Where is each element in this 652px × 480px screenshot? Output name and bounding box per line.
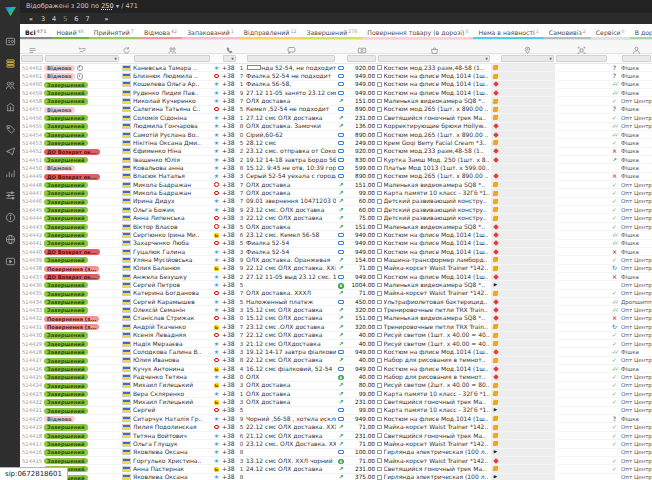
customer-name[interactable]: Анжела Безушку	[133, 273, 211, 281]
customer-name[interactable]: Гуцалюк Галина	[133, 248, 211, 256]
delivery-address[interactable]	[500, 373, 555, 380]
customer-name[interactable]: Каневська Тамара ..	[133, 64, 211, 72]
order-comment[interactable]: 22.12 смс ОЛХ доставка	[246, 214, 336, 222]
product-cell[interactable]: Костюм мод.265 (1шт. х 890.00 ..	[377, 105, 491, 113]
product-cell[interactable]: Маленькая видеокамера SQ8 *..	[377, 181, 491, 189]
delivery-address[interactable]	[500, 457, 555, 464]
phone-number[interactable]: +38	[222, 331, 237, 339]
customer-name[interactable]: Ольга Божик	[133, 206, 211, 214]
customer-name[interactable]: Ковальова анна	[133, 164, 211, 172]
page-number[interactable]: 5	[63, 15, 67, 23]
delivery-address[interactable]	[500, 407, 555, 414]
product-cell[interactable]: Тренировочные петли TRX Train..	[377, 306, 491, 314]
phone-number[interactable]: +38	[222, 365, 237, 373]
product-cell[interactable]: Маленькая видеокамера SQ8 *..	[377, 314, 491, 322]
delivery-address[interactable]	[500, 131, 555, 138]
order-comment[interactable]: 23.12 смс. отправка от Сокол..	[246, 147, 336, 155]
phone-number[interactable]: +38	[222, 197, 237, 205]
delivery-address[interactable]	[500, 440, 555, 447]
page-size-value[interactable]: 250	[101, 2, 113, 10]
delivery-address[interactable]	[500, 156, 555, 163]
phone-number[interactable]: +38	[222, 448, 237, 456]
customer-name[interactable]: Солодкова Галина В..	[133, 348, 211, 356]
delivery-address[interactable]	[500, 415, 555, 422]
order-comment[interactable]: 19.12 14-17 завтра фіалковий,..	[246, 348, 336, 356]
customer-name[interactable]: Віктор Власов	[133, 223, 211, 231]
customer-name[interactable]: Сергей Карамышев	[133, 298, 211, 306]
phone-number[interactable]: +38	[222, 457, 237, 465]
customer-name[interactable]: Надія Мерзаєва	[133, 340, 211, 348]
order-comment[interactable]: ОЛХ доставка. ХХХЛ	[246, 289, 336, 297]
sidebar-item-orders[interactable]	[5, 58, 16, 69]
phone-number[interactable]: +38	[222, 206, 237, 214]
product-cell[interactable]: Гирлянда электрическая (100 л..	[377, 473, 491, 480]
phone-number[interactable]: +38	[222, 314, 237, 322]
order-comment[interactable]: Чорний ,56-58 , хотела исключ..	[246, 415, 336, 423]
phone-number[interactable]: +38	[222, 381, 237, 389]
order-comment[interactable]: Фиалка 56-58,	[246, 80, 336, 88]
customer-name[interactable]: Самотій Руслана Во..	[133, 131, 211, 139]
delivery-address[interactable]	[500, 423, 555, 430]
tab-Нема в наявності[interactable]: Нема в наявності1	[473, 29, 543, 40]
product-cell[interactable]: Машина-трансформер ламборд..	[377, 256, 491, 264]
order-comment[interactable]: Фиалка 52-54 не подходит	[246, 72, 336, 80]
order-comment[interactable]: ОЛХ доставка	[246, 223, 336, 231]
delivery-address[interactable]	[500, 248, 555, 255]
tab-Самовивіз[interactable]: Самовивіз2	[544, 29, 591, 40]
phone-number[interactable]: +38	[222, 398, 237, 406]
product-cell[interactable]: Платье Мод 1013 (1шт. х 599.00..	[377, 164, 491, 172]
phone-number[interactable]: +38	[222, 172, 237, 180]
phone-number[interactable]: +38	[222, 340, 237, 348]
delivery-address[interactable]	[500, 139, 555, 146]
column-filter[interactable]: ▼	[223, 55, 236, 63]
sidebar-item-info[interactable]	[5, 212, 16, 223]
delivery-address[interactable]	[500, 290, 555, 297]
customer-name[interactable]: Радченко Тетяна	[133, 373, 211, 381]
column-filter[interactable]	[347, 55, 376, 63]
sidebar-item-reports[interactable]	[5, 168, 16, 179]
page-number[interactable]: 6	[74, 15, 78, 23]
product-cell[interactable]: Светящийся гоночный трек Ма..	[377, 465, 491, 473]
phone-number[interactable]: +38	[222, 72, 237, 80]
order-comment[interactable]: 21.12 смс ОЛХдоставка	[246, 340, 336, 348]
delivery-address[interactable]	[500, 323, 555, 330]
phone-number[interactable]: +38	[222, 189, 237, 197]
delivery-address[interactable]	[500, 114, 555, 121]
delivery-address[interactable]	[500, 273, 555, 280]
column-filter[interactable]: ▼	[501, 55, 554, 63]
order-comment[interactable]: 15.12. 9:45 не отв, 10:39 горе в..	[246, 164, 336, 172]
phone-number[interactable]: +38	[222, 264, 237, 272]
customer-name[interactable]: Михаил Гилецький	[133, 381, 211, 389]
customer-name[interactable]: Людмила Гончарова	[133, 122, 211, 130]
customer-name[interactable]: Іващенко Юлія	[133, 156, 211, 164]
page-number[interactable]: 7	[85, 15, 89, 23]
delivery-address[interactable]	[500, 223, 555, 230]
order-comment[interactable]: 22.12 смс ОЛХ доставка. ХХЛ	[246, 264, 336, 272]
order-comment[interactable]: Сірий,60-62	[246, 131, 336, 139]
customer-name[interactable]: Михаил Гилецький	[133, 398, 211, 406]
customer-name[interactable]: Салегина Татьяна С..	[133, 105, 211, 113]
phone-number[interactable]: +38	[222, 89, 237, 97]
customer-name[interactable]: Сергіюнко Ірина Ми..	[133, 231, 211, 239]
product-cell[interactable]: Майка-корсет Waist Trainer *142..	[377, 457, 491, 465]
page-size-caret-icon[interactable]: ▼	[116, 4, 119, 9]
product-cell[interactable]: Набор для рисования в темнот..	[377, 356, 491, 364]
product-cell[interactable]: Карта памяти 10 класс - 32Гб *1..	[377, 390, 491, 398]
customer-name[interactable]: Лилия Подолинская	[133, 423, 211, 431]
customer-name[interactable]: Руденко Лидия Пав..	[133, 89, 211, 97]
phone-number[interactable]: +38	[222, 306, 237, 314]
sidebar-item-dashboard[interactable]	[5, 36, 16, 47]
product-cell[interactable]: Карта памяти 10 класс - 32Гб *1..	[377, 189, 491, 197]
order-comment[interactable]: 24.12 смс ОЛХ доставка	[246, 465, 336, 473]
column-filter[interactable]	[247, 55, 335, 63]
order-comment[interactable]: 19.12 14-18 завтра Бордо 56-58	[246, 156, 336, 164]
order-comment[interactable]: Кемел ,52-54 не подходит	[246, 105, 336, 113]
delivery-address[interactable]	[500, 306, 555, 313]
order-comment[interactable]: 23.12 смс .ОЛХ доставка	[246, 323, 336, 331]
tab-Новий[interactable]: Новий48	[52, 29, 89, 40]
product-cell[interactable]: Костюм мод.233 разм,48-58 (1..	[377, 64, 491, 72]
customer-name[interactable]: Власюк Наталья	[133, 172, 211, 180]
sidebar-item-campaigns[interactable]	[5, 146, 16, 157]
delivery-address[interactable]	[500, 281, 555, 288]
delivery-address[interactable]	[500, 474, 555, 480]
